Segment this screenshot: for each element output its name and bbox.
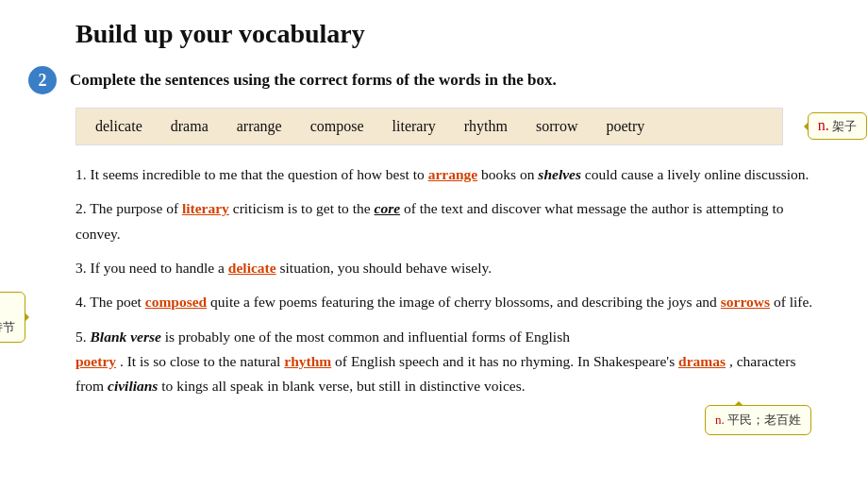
word-sorrow: sorrow xyxy=(536,118,577,135)
sentence-5-mid1: . It is so close to the natural xyxy=(120,353,284,369)
sentence-1-before: It seems incredible to me that the quest… xyxy=(91,166,428,182)
sentence-2-num: 2. xyxy=(75,200,90,216)
sentence-3-before: If you need to handle a xyxy=(91,260,228,276)
sentence-5-num: 5. xyxy=(75,329,91,345)
sentence-3: 3. If you need to handle a delicate situ… xyxy=(75,256,821,280)
word-rhythm: rhythm xyxy=(464,118,508,135)
sentence-4-num: 4. xyxy=(75,294,90,310)
sentence-5: 5. Blank verse is probably one of the mo… xyxy=(75,325,821,399)
word-box: delicate drama arrange compose literary … xyxy=(75,108,783,145)
tooltip-poetry: n. 诗；韵文；诗节 xyxy=(0,292,25,343)
word-compose: compose xyxy=(310,118,364,135)
word-arrange: arrange xyxy=(237,118,282,135)
answer-dramas: dramas xyxy=(678,353,726,369)
section-number: 2 xyxy=(28,66,57,94)
sentence-2: 2. The purpose of literary criticism is … xyxy=(75,196,821,246)
sentence-2-mid: criticism is to get to the xyxy=(233,200,375,216)
answer-literary: literary xyxy=(182,200,229,216)
sentence-5-mid2: of English speech and it has no rhyming.… xyxy=(335,353,678,369)
answer-rhythm: rhythm xyxy=(284,353,331,369)
tooltip-shelves: n. 架子 xyxy=(808,112,867,140)
answer-composed: composed xyxy=(145,294,207,310)
sentence-3-num: 3. xyxy=(75,260,91,276)
word-literary: literary xyxy=(392,118,436,135)
word-civilians: civilians xyxy=(108,378,158,394)
word-drama: drama xyxy=(171,118,209,135)
word-delicate: delicate xyxy=(95,118,142,135)
sentence-1: 1. It seems incredible to me that the qu… xyxy=(75,162,821,187)
sentence-1-mid: books on xyxy=(481,166,538,182)
answer-arrange: arrange xyxy=(428,166,478,182)
section-header: 2 Complete the sentences using the corre… xyxy=(28,66,840,94)
answer-delicate: delicate xyxy=(228,260,276,276)
word-shelves: shelves xyxy=(538,166,581,182)
word-poetry: poetry xyxy=(606,118,644,135)
sentence-5-after: to kings all speak in blank verse, but s… xyxy=(161,378,525,394)
sentence-4: 4. The poet composed quite a few poems f… xyxy=(75,290,821,314)
sentence-4-before: The poet xyxy=(90,294,145,310)
sentence-5-before: is probably one of the most common and i… xyxy=(165,329,570,345)
sentence-4-mid: quite a few poems featuring the image of… xyxy=(210,294,721,310)
tooltip-civilians: n. 平民；老百姓 xyxy=(705,405,811,435)
answer-sorrows: sorrows xyxy=(721,294,770,310)
sentence-3-after: situation, you should behave wisely. xyxy=(280,260,492,276)
sentence-2-before: The purpose of xyxy=(90,200,182,216)
sentence-4-after: of life. xyxy=(774,294,812,310)
answer-poetry: poetry xyxy=(75,353,116,369)
sentences-container: 1. It seems incredible to me that the qu… xyxy=(75,162,821,399)
instruction-text: Complete the sentences using the correct… xyxy=(70,71,557,90)
page-title: Build up your vocabulary xyxy=(75,19,840,49)
word-core: core xyxy=(375,200,401,216)
sentence-1-num: 1. xyxy=(75,166,91,182)
blank-verse-text: Blank verse xyxy=(91,329,161,345)
sentence-1-after: could cause a lively online discussion. xyxy=(585,166,810,182)
